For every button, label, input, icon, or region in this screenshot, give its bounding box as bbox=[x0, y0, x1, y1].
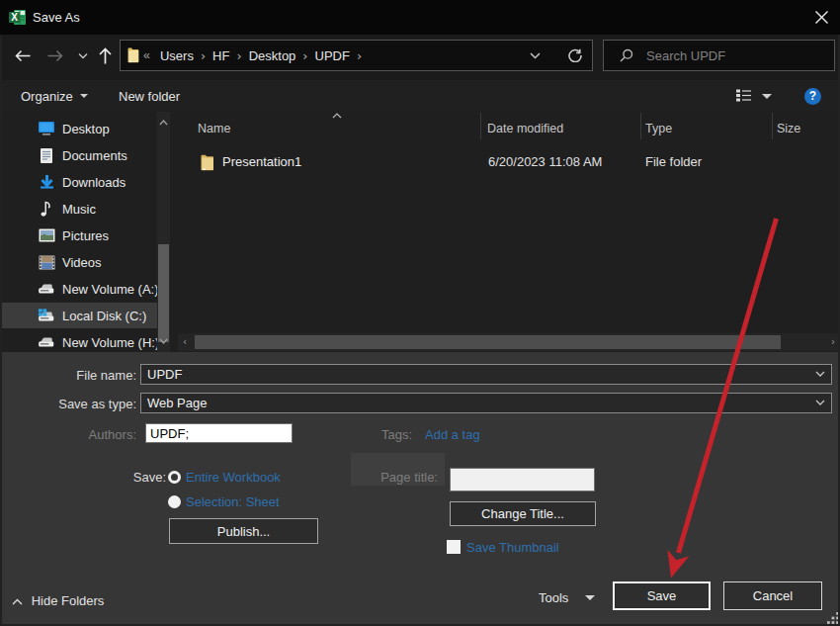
hide-folders-button[interactable]: Hide Folders bbox=[12, 593, 104, 608]
svg-text:X: X bbox=[11, 12, 18, 23]
scroll-left-icon[interactable]: ‹ bbox=[183, 333, 187, 351]
organize-menu[interactable]: Organize bbox=[21, 80, 88, 112]
close-icon bbox=[815, 11, 828, 24]
save-thumbnail-label[interactable]: Save Thumbnail bbox=[466, 540, 559, 555]
help-button[interactable]: ? bbox=[804, 88, 821, 105]
sidebar-scrollbar[interactable] bbox=[157, 112, 170, 352]
tools-menu[interactable]: Tools bbox=[539, 590, 568, 605]
search-box[interactable]: Search UPDF bbox=[603, 40, 835, 71]
save-as-type-label: Save as type: bbox=[0, 397, 136, 411]
folder-icon bbox=[127, 47, 139, 63]
resize-grip[interactable] bbox=[826, 611, 840, 625]
new-folder-button[interactable]: New folder bbox=[119, 80, 180, 112]
horizontal-scrollbar-thumb[interactable] bbox=[195, 335, 781, 349]
scroll-right-icon[interactable]: › bbox=[831, 333, 835, 351]
breadcrumb-item-desktop[interactable]: Desktop bbox=[249, 48, 296, 63]
change-title-button[interactable]: Change Title... bbox=[450, 501, 596, 526]
desktop-icon bbox=[38, 120, 55, 137]
breadcrumb-separator: › bbox=[194, 48, 212, 63]
sidebar-item-downloads[interactable]: Downloads bbox=[0, 169, 157, 195]
cancel-label: Cancel bbox=[753, 588, 793, 603]
sidebar-item-label: New Volume (H:) bbox=[62, 335, 159, 350]
sidebar-item-label: Documents bbox=[62, 148, 127, 163]
file-name-value: UPDF bbox=[147, 367, 182, 382]
file-name-combo[interactable]: UPDF bbox=[140, 364, 832, 385]
organize-label: Organize bbox=[21, 89, 73, 104]
chevron-down-icon bbox=[78, 52, 88, 59]
main-area: DesktopDocumentsDownloadsMusicPicturesVi… bbox=[0, 112, 840, 352]
breadcrumb-item-updf[interactable]: UPDF bbox=[315, 48, 350, 63]
address-bar[interactable]: « Users › HF › Desktop › UPDF › bbox=[120, 40, 593, 71]
save-button[interactable]: Save bbox=[613, 581, 711, 610]
add-a-tag-link[interactable]: Add a tag bbox=[425, 427, 480, 442]
search-input[interactable]: Search UPDF bbox=[646, 48, 725, 63]
videos-icon bbox=[38, 253, 55, 271]
sidebar-item-label: Videos bbox=[62, 255, 102, 270]
sidebar-item-local-disk-c[interactable]: Local Disk (C:) bbox=[0, 303, 157, 328]
sidebar-item-new-volume-a[interactable]: New Volume (A:) bbox=[0, 276, 157, 302]
videos-icon-svg bbox=[39, 255, 55, 270]
back-button[interactable] bbox=[15, 49, 31, 62]
breadcrumb-item-users[interactable]: Users bbox=[160, 48, 194, 63]
save-thumbnail-checkbox[interactable] bbox=[447, 540, 461, 554]
file-name: Presentation1 bbox=[222, 154, 301, 169]
view-mode-icon[interactable] bbox=[735, 89, 752, 102]
save-options-label: Save: bbox=[97, 470, 166, 485]
file-name-label: File name: bbox=[0, 368, 136, 383]
documents-icon bbox=[38, 146, 55, 164]
breadcrumb-item-hf[interactable]: HF bbox=[212, 48, 229, 63]
sidebar-item-desktop[interactable]: Desktop bbox=[0, 116, 157, 141]
tools-dropdown-icon[interactable] bbox=[585, 595, 595, 600]
sidebar-item-documents[interactable]: Documents bbox=[0, 142, 157, 168]
command-bar: Organize New folder ? bbox=[0, 80, 840, 112]
sidebar: DesktopDocumentsDownloadsMusicPicturesVi… bbox=[0, 112, 178, 352]
search-icon bbox=[620, 48, 633, 62]
entire-workbook-label[interactable]: Entire Workbook bbox=[186, 470, 281, 485]
sidebar-item-music[interactable]: Music bbox=[0, 196, 157, 222]
column-header-name[interactable]: Name bbox=[198, 115, 230, 143]
authors-input[interactable] bbox=[145, 423, 293, 443]
selection-sheet-label[interactable]: Selection: Sheet bbox=[186, 494, 280, 509]
column-separator bbox=[772, 113, 773, 139]
drive-icon bbox=[38, 280, 55, 298]
sidebar-item-label: Local Disk (C:) bbox=[62, 309, 146, 323]
file-row[interactable]: Presentation1 6/20/2023 11:08 AM File fo… bbox=[178, 148, 840, 176]
desktop-icon-svg bbox=[38, 121, 55, 136]
pictures-icon bbox=[38, 226, 55, 244]
title-bar: X Save As bbox=[0, 0, 840, 35]
up-button[interactable] bbox=[99, 47, 112, 64]
horizontal-scrollbar[interactable]: ‹ › bbox=[178, 333, 840, 351]
address-dropdown-icon[interactable] bbox=[530, 52, 541, 59]
form-area: File name: UPDF Save as type: Web Page A… bbox=[0, 352, 840, 626]
breadcrumb-overflow[interactable]: « bbox=[143, 48, 150, 62]
sidebar-item-pictures[interactable]: Pictures bbox=[0, 223, 157, 248]
column-separator bbox=[480, 113, 481, 139]
page-title-input[interactable] bbox=[450, 468, 595, 492]
recent-locations-button[interactable] bbox=[78, 52, 88, 59]
scroll-up-icon[interactable] bbox=[159, 120, 168, 126]
publish-button[interactable]: Publish... bbox=[169, 518, 318, 544]
save-as-type-combo[interactable]: Web Page bbox=[140, 393, 832, 413]
sidebar-scrollbar-thumb[interactable] bbox=[158, 244, 169, 342]
scroll-down-icon[interactable] bbox=[159, 338, 168, 344]
cancel-button[interactable]: Cancel bbox=[723, 581, 822, 610]
sidebar-item-label: Downloads bbox=[62, 175, 126, 190]
music-icon bbox=[38, 200, 55, 218]
refresh-icon[interactable] bbox=[568, 48, 582, 62]
entire-workbook-radio[interactable] bbox=[168, 471, 181, 484]
save-label: Save bbox=[647, 588, 677, 603]
publish-label: Publish... bbox=[217, 524, 270, 539]
breadcrumb-separator: › bbox=[350, 48, 369, 63]
downloads-icon-svg bbox=[39, 174, 55, 191]
column-header-type[interactable]: Type bbox=[645, 115, 672, 143]
column-header-date[interactable]: Date modified bbox=[487, 115, 563, 143]
local-disk-icon-svg bbox=[38, 309, 55, 323]
column-header-size[interactable]: Size bbox=[777, 115, 800, 143]
sidebar-item-videos[interactable]: Videos bbox=[0, 249, 157, 275]
view-mode-dropdown-icon[interactable] bbox=[762, 94, 772, 99]
sidebar-item-label: Music bbox=[62, 202, 96, 217]
selection-sheet-radio[interactable] bbox=[168, 495, 181, 508]
excel-icon: X bbox=[9, 9, 27, 26]
close-button[interactable] bbox=[808, 5, 834, 29]
forward-button[interactable] bbox=[47, 49, 63, 62]
